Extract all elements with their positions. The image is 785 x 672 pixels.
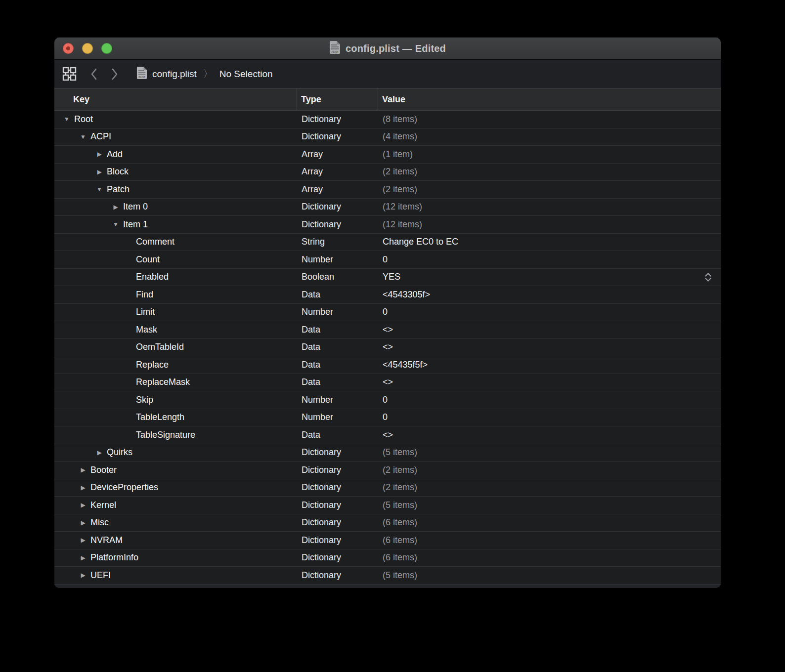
type-label[interactable]: Array (302, 167, 323, 177)
table-row[interactable]: ▶ UEFI Dictionary (5 items) (54, 567, 721, 585)
type-label[interactable]: Boolean (302, 272, 334, 282)
key-label[interactable]: DeviceProperties (90, 482, 158, 493)
table-row[interactable]: ▶ Misc Dictionary (6 items) (54, 514, 721, 532)
value-label[interactable]: (6 items) (383, 535, 417, 546)
key-label[interactable]: ACPI (90, 131, 111, 142)
value-label[interactable]: <> (383, 377, 393, 387)
key-label[interactable]: Root (74, 114, 93, 125)
table-row[interactable]: TableLength Number 0 (54, 409, 721, 427)
breadcrumb-selection[interactable]: No Selection (219, 69, 273, 80)
value-label[interactable]: 0 (383, 254, 388, 265)
type-label[interactable]: Number (302, 412, 333, 422)
type-label[interactable]: Data (302, 360, 320, 370)
disclosure-triangle-icon[interactable]: ▶ (80, 502, 87, 508)
type-label[interactable]: Dictionary (302, 482, 341, 493)
key-label[interactable]: Enabled (136, 272, 169, 282)
key-label[interactable]: Booter (90, 465, 117, 475)
type-label[interactable]: Dictionary (302, 500, 341, 510)
table-row[interactable]: ▶ Quirks Dictionary (5 items) (54, 444, 721, 462)
value-label[interactable]: (6 items) (383, 517, 417, 528)
key-label[interactable]: Add (107, 149, 123, 160)
value-label[interactable]: 0 (383, 412, 388, 422)
type-label[interactable]: Number (302, 395, 333, 405)
disclosure-triangle-icon[interactable]: ▼ (96, 186, 103, 192)
type-label[interactable]: Dictionary (302, 552, 341, 563)
table-row[interactable]: ▶ NVRAM Dictionary (6 items) (54, 532, 721, 549)
table-row[interactable]: Enabled Boolean YES (54, 269, 721, 287)
key-label[interactable]: Quirks (107, 447, 132, 458)
key-label[interactable]: TableLength (136, 412, 184, 422)
key-label[interactable]: Skip (136, 395, 153, 405)
type-label[interactable]: Array (302, 149, 323, 160)
table-row[interactable]: OemTableId Data <> (54, 339, 721, 357)
key-label[interactable]: UEFI (90, 570, 111, 581)
key-label[interactable]: NVRAM (90, 535, 123, 546)
key-label[interactable]: Item 0 (123, 202, 148, 212)
disclosure-triangle-icon[interactable]: ▼ (63, 116, 70, 122)
key-label[interactable]: Mask (136, 325, 157, 335)
value-label[interactable]: (6 items) (383, 552, 417, 563)
table-row[interactable]: ▼ ACPI Dictionary (4 items) (54, 128, 721, 146)
table-row[interactable]: ▶ Block Array (2 items) (54, 164, 721, 181)
table-row[interactable]: Comment String Change EC0 to EC (54, 234, 721, 252)
value-label[interactable]: YES (383, 272, 400, 282)
value-label[interactable]: (2 items) (383, 184, 417, 195)
key-label[interactable]: Comment (136, 237, 174, 247)
value-label[interactable]: (2 items) (383, 167, 417, 177)
value-label[interactable]: 0 (383, 307, 388, 317)
back-icon[interactable] (90, 68, 98, 81)
type-label[interactable]: String (302, 237, 325, 247)
table-row[interactable]: ▶ Item 0 Dictionary (12 items) (54, 199, 721, 216)
type-label[interactable]: Data (302, 377, 320, 387)
key-label[interactable]: TableSignature (136, 430, 195, 440)
table-row[interactable]: ▶ Kernel Dictionary (5 items) (54, 497, 721, 514)
key-label[interactable]: Find (136, 290, 153, 300)
value-label[interactable]: <45435f5f> (383, 360, 428, 370)
value-label[interactable]: (5 items) (383, 447, 417, 458)
key-label[interactable]: Count (136, 254, 160, 265)
value-label[interactable]: Change EC0 to EC (383, 237, 458, 247)
disclosure-triangle-icon[interactable]: ▶ (80, 572, 87, 578)
value-label[interactable]: (4 items) (383, 131, 417, 142)
key-label[interactable]: Item 1 (123, 219, 148, 230)
value-label[interactable]: (2 items) (383, 465, 417, 475)
table-row[interactable]: ▶ PlatformInfo Dictionary (6 items) (54, 549, 721, 567)
disclosure-triangle-icon[interactable]: ▶ (80, 555, 87, 561)
value-label[interactable]: (1 item) (383, 149, 413, 160)
close-button[interactable] (63, 43, 74, 54)
table-row[interactable]: ▶ Booter Dictionary (2 items) (54, 462, 721, 479)
table-row[interactable]: Mask Data <> (54, 321, 721, 339)
related-items-icon[interactable] (62, 66, 77, 82)
value-label[interactable]: <> (383, 430, 393, 440)
breadcrumb-plist-icon[interactable]: PLIST (136, 66, 147, 82)
table-row[interactable]: ReplaceMask Data <> (54, 374, 721, 392)
type-label[interactable]: Array (302, 184, 323, 195)
value-label[interactable]: (2 items) (383, 482, 417, 493)
zoom-button[interactable] (101, 43, 112, 54)
table-row[interactable]: ▶ Add Array (1 item) (54, 146, 721, 164)
value-label[interactable]: <> (383, 325, 393, 335)
value-label[interactable]: (5 items) (383, 500, 417, 510)
disclosure-triangle-icon[interactable]: ▶ (80, 467, 87, 473)
table-row[interactable]: Find Data <4543305f> (54, 286, 721, 304)
key-label[interactable]: PlatformInfo (90, 552, 138, 563)
value-label[interactable]: <4543305f> (383, 290, 430, 300)
type-label[interactable]: Dictionary (302, 114, 341, 125)
value-label[interactable]: (12 items) (383, 219, 422, 230)
table-row[interactable]: Count Number 0 (54, 251, 721, 269)
disclosure-triangle-icon[interactable]: ▶ (96, 169, 103, 175)
disclosure-triangle-icon[interactable]: ▶ (112, 204, 119, 210)
disclosure-triangle-icon[interactable]: ▶ (96, 450, 103, 456)
key-label[interactable]: OemTableId (136, 342, 184, 352)
disclosure-triangle-icon[interactable]: ▶ (80, 485, 87, 491)
key-label[interactable]: ReplaceMask (136, 377, 190, 387)
table-row[interactable]: ▶ DeviceProperties Dictionary (2 items) (54, 479, 721, 497)
table-row[interactable]: ▼ Root Dictionary (8 items) (54, 111, 721, 128)
key-label[interactable]: Misc (90, 517, 109, 528)
type-label[interactable]: Dictionary (302, 131, 341, 142)
value-label[interactable]: 0 (383, 395, 388, 405)
type-label[interactable]: Data (302, 325, 320, 335)
value-label[interactable]: <> (383, 342, 393, 352)
table-row[interactable]: Skip Number 0 (54, 391, 721, 409)
type-label[interactable]: Data (302, 342, 320, 352)
